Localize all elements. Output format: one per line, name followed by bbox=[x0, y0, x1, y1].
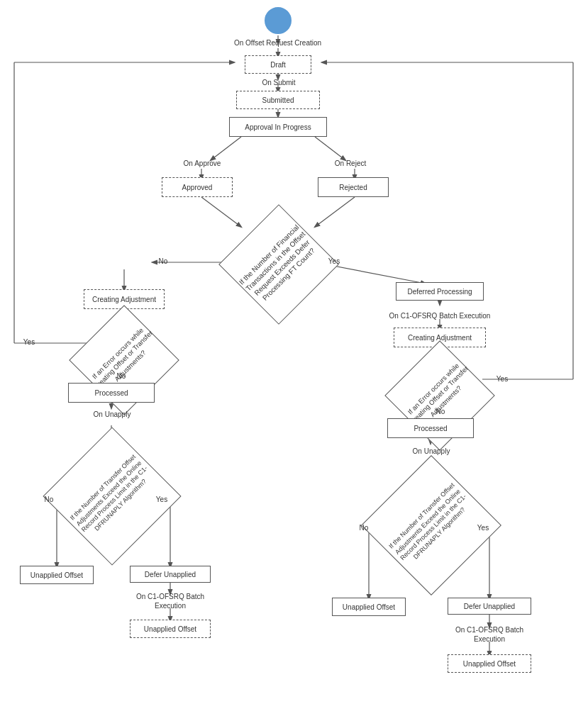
yes-label-transfer-right: Yes bbox=[474, 522, 492, 533]
processed-left-node: Processed bbox=[68, 383, 155, 403]
yes-label-error-right: Yes bbox=[493, 373, 511, 384]
on-c1-batch-left-label: On C1-OFSRQ Batch Execution bbox=[123, 593, 217, 610]
on-approve-label: On Approve bbox=[170, 157, 234, 169]
no-label-ft-left: No bbox=[152, 255, 174, 267]
on-c1-batch-right-label: On C1-OFSRQ Batch Execution bbox=[387, 309, 492, 322]
defer-unapplied-left-node: Defer Unapplied bbox=[130, 566, 211, 583]
on-offset-creation-label: On Offset Request Creation bbox=[219, 35, 336, 50]
unapplied-offset-left2-node: Unapplied Offset bbox=[130, 620, 211, 638]
yes-label-error-left: Yes bbox=[20, 336, 38, 347]
svg-line-10 bbox=[315, 197, 355, 227]
defer-unapplied-right-node: Defer Unapplied bbox=[448, 598, 531, 615]
unapplied-offset-left-node: Unapplied Offset bbox=[20, 566, 94, 584]
draft-node: Draft bbox=[245, 55, 311, 74]
processed-right-node: Processed bbox=[387, 418, 474, 438]
yes-label-transfer-left: Yes bbox=[152, 493, 171, 505]
unapplied-offset-right2-node: Unapplied Offset bbox=[448, 654, 531, 673]
yes-label-ft-right: Yes bbox=[323, 255, 345, 267]
no-label-error-right: No bbox=[431, 405, 450, 417]
approved-node: Approved bbox=[162, 177, 233, 197]
rejected-node: Rejected bbox=[318, 177, 389, 197]
on-reject-label: On Reject bbox=[322, 157, 379, 169]
no-label-transfer-right: No bbox=[355, 522, 373, 533]
deferred-processing-node: Deferred Processing bbox=[396, 282, 484, 301]
start-node bbox=[265, 7, 292, 34]
on-unapply-left-label: On Unapply bbox=[77, 408, 148, 420]
no-label-transfer-left: No bbox=[40, 493, 58, 505]
submitted-node: Submitted bbox=[236, 91, 320, 109]
no-label-error-left: No bbox=[112, 370, 131, 381]
on-submit-label: On Submit bbox=[248, 77, 310, 88]
on-c1-batch-right2-label: On C1-OFSRQ Batch Execution bbox=[440, 626, 539, 643]
approval-in-progress-node: Approval In Progress bbox=[229, 117, 327, 137]
unapplied-offset-right-node: Unapplied Offset bbox=[332, 598, 406, 616]
diamond-ft-count: If the Number of Financial Transactions … bbox=[216, 223, 340, 305]
svg-line-9 bbox=[201, 197, 241, 227]
workflow-diagram: On Offset Request Creation Draft On Subm… bbox=[0, 0, 588, 716]
